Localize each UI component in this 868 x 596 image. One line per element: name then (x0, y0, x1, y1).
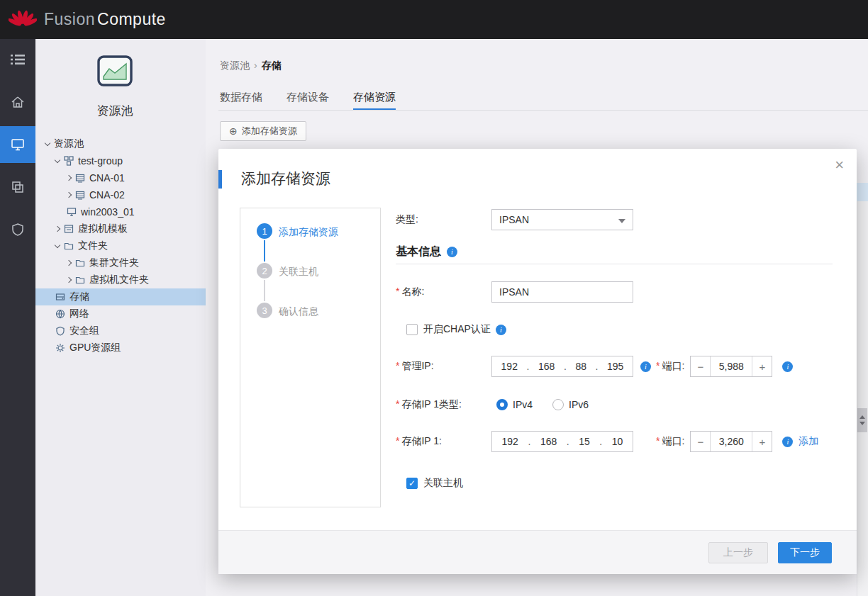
info-icon[interactable]: i (496, 325, 506, 335)
step-1-label: 添加存储资源 (279, 226, 338, 239)
tree-item-network[interactable]: 网络 (35, 305, 206, 322)
tree-item-label: 资源池 (54, 137, 84, 150)
tree-item-cluster-folder[interactable]: 集群文件夹 (35, 254, 206, 271)
tree-item-label: 虚拟机文件夹 (89, 274, 149, 286)
step-3-label: 确认信息 (279, 305, 318, 318)
storage-tabs: 数据存储 存储设备 存储资源 (220, 91, 396, 111)
increment-button[interactable]: + (752, 432, 772, 451)
name-input[interactable]: IPSAN (491, 281, 633, 303)
mgmt-ip-row: *管理IP: 192. 168. 88. 195 i *端口: − 5,988 … (396, 356, 842, 377)
wizard-steps-panel: 1 添加存储资源 2 关联主机 3 确认信息 (240, 208, 381, 507)
shield-icon (55, 326, 65, 336)
menu-icon[interactable] (0, 41, 35, 78)
layers-icon[interactable] (0, 169, 35, 206)
huawei-logo-icon (9, 8, 37, 32)
ipv4-label: IPv4 (513, 399, 533, 410)
chevron-right-icon[interactable] (66, 175, 72, 181)
mgmt-port-stepper: − 5,988 + (690, 356, 772, 377)
decrement-button[interactable]: − (691, 432, 711, 451)
basic-info-title: 基本信息 (396, 244, 441, 259)
tree-item-resource-pool-root[interactable]: 资源池 (35, 135, 206, 152)
name-label: *名称: (396, 286, 491, 298)
tree-item-label: 网络 (69, 308, 89, 320)
basic-info-section: 基本信息 i (396, 243, 457, 260)
storage-port-group: *端口: − 3,260 + i 添加 (656, 431, 818, 452)
tree-item-vm-templates[interactable]: 虚拟机模板 (35, 220, 206, 237)
storage-ip-row: *存储IP 1: 192. 168. 15. 10 *端口: − 3,260 +… (396, 431, 842, 452)
chevron-right-icon[interactable] (66, 260, 72, 266)
chevron-down-icon[interactable] (55, 242, 60, 247)
tab-data-storage[interactable]: 数据存储 (220, 91, 262, 111)
chevron-right-icon[interactable] (66, 277, 72, 283)
add-button-label: 添加存储资源 (242, 125, 297, 137)
resource-sidebar: 资源池 资源池 test-group CNA-01 CNA-02 (35, 39, 206, 596)
breadcrumb-separator: › (254, 60, 257, 71)
home-icon[interactable] (0, 84, 35, 120)
dialog-title: 添加存储资源 (241, 169, 330, 189)
tree-item-cna-02[interactable]: CNA-02 (35, 186, 206, 203)
tree-item-test-group[interactable]: test-group (35, 152, 206, 169)
table-header-peek (857, 183, 868, 201)
storage-port-value[interactable]: 3,260 (711, 432, 752, 451)
previous-step-button[interactable]: 上一步 (708, 542, 768, 563)
add-storage-resource-button[interactable]: ⊕ 添加存储资源 (220, 121, 306, 141)
chap-checkbox[interactable] (406, 324, 418, 335)
scrollbar-thumb[interactable] (857, 408, 867, 432)
tree-item-label: 虚拟机模板 (78, 223, 128, 235)
storage-ip-type-label: *存储IP 1类型: (396, 398, 491, 411)
tree-item-security-group[interactable]: 安全组 (35, 322, 206, 339)
breadcrumb-current: 存储 (262, 60, 282, 71)
brand-fusion: Fusion (44, 10, 95, 29)
ipv4-radio[interactable] (496, 399, 508, 410)
tree-item-folders[interactable]: 文件夹 (35, 237, 206, 254)
type-select[interactable]: IPSAN (491, 209, 633, 230)
next-step-button[interactable]: 下一步 (778, 542, 832, 563)
tree-item-vm-folder[interactable]: 虚拟机文件夹 (35, 271, 206, 288)
chevron-right-icon[interactable] (66, 192, 72, 198)
ipv6-radio[interactable] (552, 399, 564, 410)
type-row: 类型: IPSAN (396, 209, 633, 230)
resource-pool-rail-icon[interactable] (0, 126, 35, 163)
chevron-right-icon[interactable] (55, 226, 60, 232)
mgmt-port-value[interactable]: 5,988 (711, 356, 752, 376)
mgmt-port-label: *端口: (656, 360, 684, 373)
host-icon (75, 173, 85, 183)
tree-item-gpu-group[interactable]: GPU资源组 (35, 339, 206, 356)
vm-icon (67, 207, 77, 217)
tree-item-cna-01[interactable]: CNA-01 (35, 169, 206, 186)
add-storage-ip-link[interactable]: 添加 (799, 435, 818, 448)
type-select-value: IPSAN (499, 214, 529, 225)
shield-rail-icon[interactable] (0, 211, 35, 248)
scrollbar-track[interactable] (857, 201, 868, 596)
increment-button[interactable]: + (752, 356, 772, 376)
tab-storage-device[interactable]: 存储设备 (286, 91, 329, 111)
storage-ip-input[interactable]: 192. 168. 15. 10 (491, 431, 633, 452)
tree-item-storage[interactable]: 存储 (35, 288, 206, 305)
close-icon[interactable]: × (835, 156, 844, 174)
info-icon[interactable]: i (640, 361, 651, 372)
tree-item-label: GPU资源组 (69, 342, 121, 354)
info-icon[interactable]: i (782, 361, 793, 372)
scroll-up-icon (859, 415, 865, 419)
ipv6-option[interactable]: IPv6 (552, 399, 589, 410)
breadcrumb-parent[interactable]: 资源池 (220, 60, 250, 71)
tab-storage-resource[interactable]: 存储资源 (353, 91, 396, 111)
brand-compute: Compute (97, 10, 166, 29)
tree-item-label: CNA-02 (89, 189, 125, 201)
mgmt-ip-input[interactable]: 192. 168. 88. 195 (491, 356, 633, 377)
tree-item-label: win2003_01 (81, 206, 135, 218)
tree-item-label: 文件夹 (78, 240, 108, 252)
chevron-down-icon[interactable] (55, 157, 60, 162)
associate-host-checkbox[interactable]: ✓ (406, 478, 418, 489)
associate-host-row: ✓ 关联主机 (406, 473, 463, 494)
info-icon[interactable]: i (782, 437, 793, 447)
tree-item-win2003-01[interactable]: win2003_01 (35, 203, 206, 220)
step-2-circle: 2 (257, 263, 272, 279)
step-2-label: 关联主机 (279, 266, 318, 279)
name-row: *名称: IPSAN (396, 281, 633, 303)
ipv4-option[interactable]: IPv4 (496, 399, 533, 410)
info-icon[interactable]: i (447, 247, 457, 257)
gear-icon (55, 343, 65, 353)
decrement-button[interactable]: − (691, 356, 711, 376)
chevron-down-icon[interactable] (45, 140, 50, 145)
